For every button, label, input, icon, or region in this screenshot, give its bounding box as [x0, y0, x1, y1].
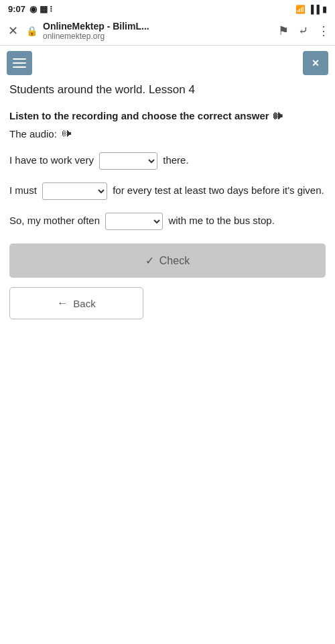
share-icon[interactable]: ⤶: [298, 23, 308, 38]
back-arrow-icon: ←: [57, 297, 68, 309]
back-button[interactable]: ← Back: [9, 287, 143, 319]
hamburger-menu-button[interactable]: [7, 51, 32, 75]
check-button[interactable]: ✓ Check: [9, 244, 326, 278]
dropdown-3[interactable]: walks drives goes: [105, 213, 163, 230]
browser-site-info: OnlineMektep - BilimL... onlinemektep.or…: [43, 21, 273, 41]
top-controls: ×: [0, 46, 335, 80]
dropdown-2[interactable]: study prepare revise: [42, 182, 107, 200]
sentence-1-before: I have to work very: [9, 154, 94, 166]
battery-icon: ▮: [322, 5, 327, 14]
dropdown-3-wrapper: walks drives goes: [105, 213, 163, 230]
sentence-2: I must study prepare revise for every te…: [9, 182, 326, 200]
close-x-label: ×: [312, 56, 320, 70]
sentence-3-after: with me to the bus stop.: [168, 215, 274, 226]
hamburger-line-1: [13, 58, 26, 60]
browser-close-button[interactable]: ✕: [5, 22, 21, 40]
instruction-label: Listen to the recording and choose the c…: [9, 110, 269, 121]
lesson-title: Students around the world. Lesson 4: [9, 83, 326, 97]
site-title: OnlineMektep - BilimL...: [43, 21, 273, 32]
audio-icon-instruction[interactable]: 🕪: [272, 110, 283, 121]
sentence-3-before: So, my mother often: [9, 215, 100, 226]
audio-label: The audio:: [9, 128, 57, 140]
audio-play-icon[interactable]: 🕪: [61, 127, 72, 140]
lock-icon: 🔒: [26, 25, 38, 36]
dropdown-1[interactable]: hard hardly well: [99, 152, 157, 170]
signal-bars-icon: 📶: [295, 5, 306, 14]
sentence-3: So, my mother often walks drives goes wi…: [9, 212, 326, 230]
browser-action-icons: ⚑ ⤶ ⋮: [278, 23, 330, 38]
browser-toolbar: ✕ 🔒 OnlineMektep - BilimL... onlinemekte…: [0, 17, 335, 46]
status-right-icons: 📶 ▐▐ ▮: [295, 5, 327, 14]
status-icons: ◉ ▩ ⁝: [29, 4, 52, 14]
status-bar: 9:07 ◉ ▩ ⁝ 📶 ▐▐ ▮: [0, 0, 335, 17]
site-url: onlinemektep.org: [43, 32, 273, 41]
status-time: 9:07 ◉ ▩ ⁝: [8, 4, 52, 14]
dropdown-2-wrapper: study prepare revise: [42, 182, 107, 200]
close-x-button[interactable]: ×: [303, 51, 328, 75]
sentence-2-before: I must: [9, 184, 37, 196]
sentence-1-after: there.: [163, 154, 188, 166]
wifi-icon: ▐▐: [308, 5, 320, 14]
time: 9:07: [8, 4, 25, 14]
dropdown-1-wrapper: hard hardly well: [99, 152, 157, 170]
check-button-label: Check: [159, 255, 190, 267]
audio-row: The audio: 🕪: [9, 127, 326, 140]
check-icon: ✓: [145, 254, 154, 267]
instruction-text: Listen to the recording and choose the c…: [9, 109, 326, 123]
sentence-1: I have to work very hard hardly well the…: [9, 152, 326, 170]
back-button-label: Back: [73, 298, 95, 309]
bookmark-icon[interactable]: ⚑: [278, 23, 289, 38]
sentence-2-after: for every test at least two days before …: [113, 184, 324, 196]
hamburger-line-2: [13, 62, 26, 64]
more-menu-icon[interactable]: ⋮: [318, 23, 330, 38]
hamburger-line-3: [13, 66, 26, 68]
page-content: Students around the world. Lesson 4 List…: [0, 80, 335, 333]
